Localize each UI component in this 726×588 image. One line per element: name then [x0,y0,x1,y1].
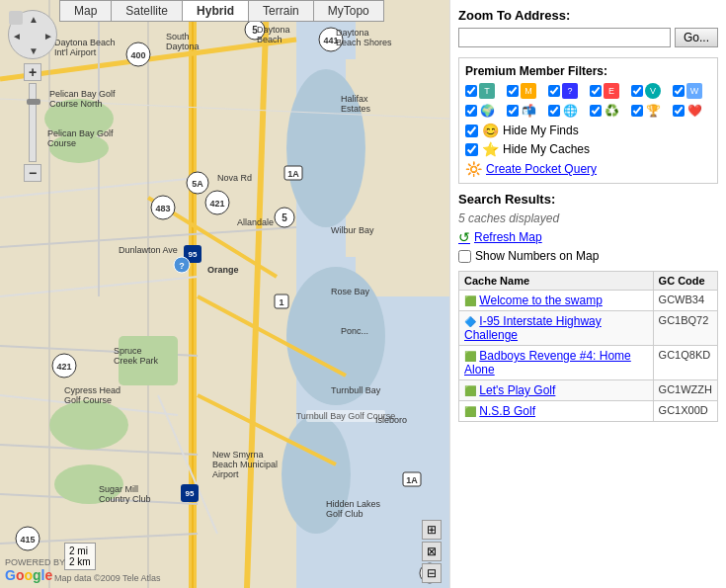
filter-cito-cb[interactable] [590,105,602,117]
filter-letterbox: 📬 [507,103,545,119]
tab-map[interactable]: Map [60,1,112,21]
map-control-btn1[interactable]: ⊞ [422,520,442,540]
label-wilbur-bay: Wilbur Bay [331,225,374,235]
tab-mytopo[interactable]: MyTopo [314,1,383,21]
go-button[interactable]: Go... [675,28,718,47]
filter-letterbox-cb[interactable] [507,105,519,117]
svg-text:483: 483 [155,204,170,213]
svg-text:400: 400 [130,50,145,60]
cache-name-cell: 🟩 N.S.B Golf [459,401,654,422]
label-dunlawton: Dunlawton Ave [119,245,178,255]
filter-webcam-icon: W [686,83,702,99]
nav-up-button[interactable]: ▲ [27,12,40,26]
tab-satellite[interactable]: Satellite [112,1,183,21]
filter-ape-icon: 🌐 [562,103,578,119]
scale-mi: 2 mi [69,546,91,556]
cache-type-icon: 🟩 [464,385,476,396]
label-new-smyrna: New SmyrnaBeach MunicipalAirport [212,450,278,479]
label-pelican-bay: Pelican Bay GolfCourse North [49,89,116,109]
filter-ape-cb[interactable] [548,105,560,117]
svg-point-30 [49,400,128,450]
filter-virtual-icon: V [645,83,661,99]
svg-text:1A: 1A [287,169,299,179]
cache-name-link[interactable]: Welcome to the swamp [479,294,603,307]
zoom-address-row: Go... [458,28,718,47]
hide-caches-label: Hide My Caches [503,142,590,156]
cache-type-icon: 🟩 [464,351,476,362]
powered-by-text: POWERED BY [5,557,65,567]
label-daytona-beach: DaytonaBeach [257,25,290,44]
filter-earth-cb[interactable] [465,105,477,117]
filter-unknown-cb[interactable] [548,85,560,97]
filter-gps: ❤️ [673,103,711,119]
filter-webcam: W [673,83,711,99]
label-rose-bay: Rose Bay [331,287,369,296]
svg-text:5: 5 [282,212,287,223]
hide-caches-checkbox[interactable] [465,143,478,156]
tab-hybrid[interactable]: Hybrid [183,1,249,21]
filter-gps-cb[interactable] [673,105,685,117]
nav-right-button[interactable]: ► [41,29,55,42]
hide-finds-checkbox[interactable] [465,125,478,137]
right-panel: Zoom To Address: Go... Premium Member Fi… [449,0,726,588]
zoom-slider[interactable] [29,83,37,162]
label-turnbull-bay: Turnbull Bay [331,385,380,395]
gc-code-cell: GCWB34 [653,291,717,311]
map-data-text: Map data ©2009 Tele Atlas [54,573,161,583]
svg-text:421: 421 [56,362,71,372]
table-row: 🟩 Let's Play GolfGC1WZZH [459,380,718,401]
tab-terrain[interactable]: Terrain [249,1,314,21]
filter-grid-row2: 🌍 📬 🌐 ♻️ 🏆 ❤️ [465,103,711,119]
label-cypress: Cypress HeadGolf Course [64,385,121,405]
cache-name-link[interactable]: Let's Play Golf [479,383,555,397]
show-numbers-row: Show Numbers on Map [458,249,718,263]
map-area[interactable]: Map Satellite Hybrid Terrain MyTopo [0,0,449,588]
svg-text:95: 95 [186,489,195,498]
filter-virtual-cb[interactable] [631,85,643,97]
create-pq-row: 🔆 Create Pocket Query [465,161,711,177]
results-count: 5 caches displayed [458,211,718,225]
zoom-address-title: Zoom To Address: [458,8,718,23]
nav-left-button[interactable]: ◄ [10,29,24,42]
filter-event: E [590,83,628,99]
filter-event-cb[interactable] [590,85,602,97]
map-control-btn3[interactable]: ⊟ [422,563,442,583]
cache-type-icon: 🟩 [464,406,476,417]
hide-finds-smile-icon: 😊 [482,123,499,138]
zoom-out-button[interactable]: − [24,164,41,182]
table-row: 🔷 I-95 Interstate Highway ChallengeGC1BQ… [459,311,718,346]
premium-title: Premium Member Filters: [465,64,711,78]
cache-name-link[interactable]: Badboys Revenge #4: Home Alone [464,349,631,377]
map-control-btn2[interactable]: ⊠ [422,542,442,561]
filter-webcam-cb[interactable] [673,85,685,97]
label-south-daytona: SouthDaytona [166,32,200,51]
label-halifax: HalifaxEstates [341,94,370,114]
label-allandale: Allandale [237,217,274,227]
label-daytona-intl: Daytona BeachInt'l Airport [54,38,116,57]
nav-down-button[interactable]: ▼ [27,43,40,57]
svg-text:?: ? [179,261,185,271]
filter-virtual: V [631,83,670,99]
cache-name-link[interactable]: I-95 Interstate Highway Challenge [464,314,602,342]
zoom-address-input[interactable] [458,28,671,47]
filter-mega-cb[interactable] [631,105,643,117]
label-spruce-creek: SpruceCreek Park [114,346,158,366]
cache-type-icon: 🔷 [464,316,476,327]
label-sugar-mill: Sugar MillCountry Club [99,484,151,504]
gc-code-cell: GC1WZZH [653,380,717,401]
svg-text:415: 415 [20,535,35,545]
nav-center-button[interactable] [9,11,23,25]
show-numbers-checkbox[interactable] [458,250,471,263]
scale-bar: 2 mi 2 km [64,543,96,570]
refresh-map-link[interactable]: ↺ Refresh Map [458,229,718,245]
filter-mega-icon: 🏆 [645,103,661,119]
filter-cito: ♻️ [590,103,628,119]
zoom-in-button[interactable]: + [24,63,41,81]
filter-traditional-cb[interactable] [465,85,477,97]
filter-multi-cb[interactable] [507,85,519,97]
svg-text:95: 95 [189,250,198,259]
create-pq-link[interactable]: Create Pocket Query [486,162,597,176]
cache-name-link[interactable]: N.S.B Golf [479,404,535,418]
show-numbers-label: Show Numbers on Map [475,249,599,263]
search-results-section: Search Results: 5 caches displayed ↺ Ref… [458,192,718,422]
